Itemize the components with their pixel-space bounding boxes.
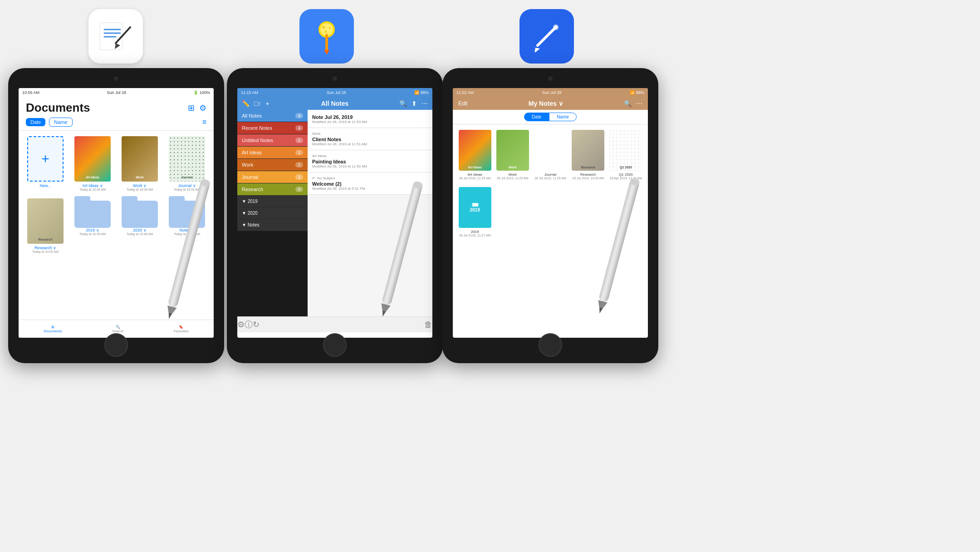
- svg-point-12: [325, 31, 327, 33]
- sidebar-recent-notes[interactable]: Recent Notes 4: [237, 122, 308, 134]
- more-icon-3[interactable]: ⋯: [636, 100, 642, 107]
- sort-date-btn[interactable]: Date: [26, 118, 45, 126]
- sort-name-3[interactable]: Name: [549, 113, 577, 121]
- app-icon-3[interactable]: [519, 9, 574, 64]
- label-work: Work ∨: [133, 183, 147, 188]
- app-icon-2[interactable]: [299, 9, 354, 64]
- app3-cover-work: [496, 130, 529, 171]
- home-button-1[interactable]: [104, 333, 128, 357]
- all-notes-label: All Notes: [242, 113, 262, 118]
- tab-search[interactable]: 🔍 Search: [112, 325, 123, 333]
- app3-item-work[interactable]: Work 28 Jul 2019, 11:25 AM: [496, 130, 529, 180]
- folder-2020[interactable]: 2020 ∨ Today at 10:46 AM: [118, 198, 161, 253]
- 2020-label: ▼ 2020: [242, 211, 258, 216]
- note-tag-2: Art Ideas: [312, 154, 428, 158]
- sidebar-work[interactable]: Work 1: [237, 159, 308, 171]
- new-cover[interactable]: +: [27, 136, 64, 182]
- notebook-art-ideas[interactable]: Art Ideas Art Ideas ∨ Today at 10:04 AM: [71, 136, 114, 191]
- svg-marker-9: [324, 50, 329, 54]
- sidebar-notes-group[interactable]: ▼ Notes: [237, 219, 308, 231]
- app3-item-art[interactable]: Art Ideas 28 Jul 2019, 11:25 AM: [458, 130, 491, 180]
- search-icon-3[interactable]: 🔍: [624, 100, 632, 107]
- 2019-label: ▼ 2019: [242, 199, 258, 204]
- svg-line-13: [538, 27, 556, 45]
- notes-group-label: ▼ Notes: [242, 222, 260, 227]
- notebook-work[interactable]: Work Work ∨ Today at 10:03 AM: [118, 136, 161, 191]
- status-bar-1: 10:55 AM Sun Jul 28 🔋 100%: [19, 88, 214, 97]
- new-label: New...: [39, 183, 51, 188]
- app3-label-art: Art Ideas: [468, 172, 482, 177]
- home-button-3[interactable]: [539, 333, 562, 357]
- folder-shape-2020: [122, 201, 158, 228]
- note-item-2[interactable]: Art Ideas Painting Ideas Modified Jul 26…: [308, 150, 432, 172]
- home-button-2[interactable]: [323, 333, 347, 357]
- svg-marker-26: [595, 300, 608, 314]
- app3-label-2019: 2019: [471, 230, 479, 234]
- tab-favorites[interactable]: 🔖 Favorites: [174, 325, 189, 333]
- note-date-0: Modified Jul 26, 2019 at 11:53 AM: [312, 120, 428, 124]
- notebook-research[interactable]: Research Research ∨ Today at 10:02 AM: [24, 198, 67, 253]
- folder-2019[interactable]: 2019 ∨ Today at 10:45 AM: [71, 198, 114, 253]
- more-icon[interactable]: ⋯: [421, 100, 428, 107]
- app3-item-journal[interactable]: Journal 28 Jul 2019, 11:25 AM: [534, 130, 567, 180]
- settings-btn[interactable]: ⚙: [237, 320, 245, 330]
- note-item-1[interactable]: Work Client Notes Modified Jul 26, 2019 …: [308, 128, 432, 150]
- sidebar-untitled-notes[interactable]: Untitled Notes 1: [237, 134, 308, 147]
- date-2020: Today at 10:46 AM: [127, 232, 153, 236]
- app1-toolbar: Date Name ≡: [26, 118, 206, 127]
- label-journal: Journal ∨: [178, 183, 196, 188]
- tab-documents[interactable]: ⊞ Documents: [44, 325, 62, 333]
- app3-header: Edit My Notes ∨ 🔍 ⋯: [453, 97, 648, 110]
- settings-icon[interactable]: ⚙: [199, 103, 206, 113]
- export-icon[interactable]: ⬆: [412, 100, 417, 107]
- trash-btn[interactable]: 🗑: [424, 320, 432, 330]
- app3-date-journal: 28 Jul 2019, 11:25 AM: [534, 177, 566, 180]
- ipad-screen-1: 10:55 AM Sun Jul 28 🔋 100% Documents ⊞ ⚙…: [19, 88, 214, 338]
- cover-work: Work: [122, 136, 158, 182]
- tab-favorites-label: Favorites: [174, 329, 189, 333]
- list-icon[interactable]: ≡: [202, 118, 206, 126]
- tab-documents-label: Documents: [44, 329, 62, 333]
- journal-count: 1: [295, 174, 303, 180]
- info-btn[interactable]: ⓘ: [245, 319, 253, 330]
- sort-date-3[interactable]: Date: [524, 113, 549, 121]
- app2-title: All Notes: [321, 100, 349, 107]
- note-title-0: Note Jul 26, 2019: [312, 114, 428, 120]
- sidebar-2020[interactable]: ▼ 2020: [237, 207, 308, 219]
- battery-2: 📶 88%: [414, 90, 429, 95]
- svg-point-11: [329, 27, 331, 29]
- date-2: Sun Jul 28: [327, 90, 346, 95]
- app3-cover-research: [572, 130, 604, 171]
- sidebar-all-notes[interactable]: All Notes 4: [237, 110, 308, 122]
- sidebar-2019[interactable]: ▼ 2019: [237, 196, 308, 207]
- tab-search-label: Search: [112, 329, 123, 333]
- untitled-notes-count: 1: [295, 138, 303, 143]
- battery-3: 📶 88%: [630, 90, 644, 95]
- app3-item-research[interactable]: Research 28 Jul 2019, 10:04 AM: [572, 130, 605, 180]
- time-2: 11:15 AM: [241, 90, 258, 95]
- app3-label-q1: Q1 2020: [619, 172, 633, 177]
- app3-item-2019[interactable]: 2019 28 Jul 2019, 11:27 AM: [458, 187, 491, 237]
- app3-label-journal: Journal: [544, 172, 556, 177]
- date-work: Today at 10:03 AM: [127, 188, 153, 191]
- app3-label-research: Research: [580, 172, 596, 177]
- edit-btn-3[interactable]: Edit: [458, 100, 468, 107]
- app-icon-1[interactable]: [88, 9, 143, 64]
- edit-icon[interactable]: ✏️: [242, 100, 250, 107]
- time-3: 11:02 AM: [456, 90, 474, 95]
- app3-item-q1[interactable]: Q1 2020 28 Apr 2019, 11:23 AM: [609, 130, 642, 180]
- cover-research: Research: [27, 198, 64, 244]
- folder-icon-2019: [74, 198, 111, 228]
- share-icon[interactable]: □↑: [254, 100, 261, 107]
- sync-btn[interactable]: ↻: [253, 320, 260, 330]
- add-note-icon[interactable]: +: [265, 100, 269, 107]
- grid-icon[interactable]: ⊞: [188, 103, 195, 113]
- search-icon-2[interactable]: 🔍: [399, 100, 407, 107]
- note-item-0[interactable]: Note Jul 26, 2019 Modified Jul 26, 2019 …: [308, 110, 432, 128]
- sidebar-art-ideas[interactable]: Art Ideas 1: [237, 147, 308, 159]
- sidebar-research[interactable]: Research 0: [237, 183, 308, 196]
- sort-name-btn[interactable]: Name: [49, 118, 72, 127]
- notebook-new[interactable]: + New...: [24, 136, 67, 191]
- note-title-3: Welcome (2): [312, 181, 428, 187]
- sidebar-journal[interactable]: Journal 1: [237, 171, 308, 183]
